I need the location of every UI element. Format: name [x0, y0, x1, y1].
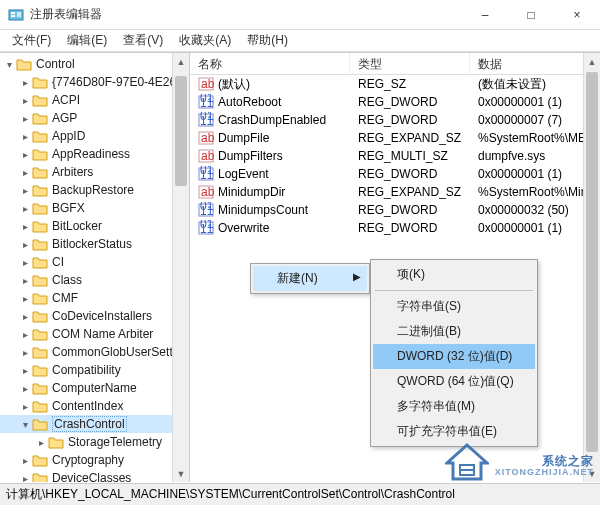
list-body[interactable]: ab(默认)REG_SZ(数值未设置)011110AutoRebootREG_D… [190, 75, 600, 237]
tree-expand-icon[interactable]: ▸ [18, 365, 32, 376]
tree-item-label: AppReadiness [52, 147, 130, 161]
tree-item[interactable]: ▸AGP [0, 109, 189, 127]
list-row[interactable]: 011110OverwriteREG_DWORD0x00000001 (1) [190, 219, 600, 237]
tree-item[interactable]: ▾CrashControl [0, 415, 189, 433]
tree-expand-icon[interactable]: ▸ [18, 203, 32, 214]
tree-expand-icon[interactable]: ▸ [18, 311, 32, 322]
context-new-key[interactable]: 项(K) [373, 262, 535, 287]
svg-rect-3 [17, 12, 21, 17]
svg-rect-2 [11, 15, 15, 17]
tree-item[interactable]: ▸ACPI [0, 91, 189, 109]
tree-item[interactable]: ▸CoDeviceInstallers [0, 307, 189, 325]
scroll-down-icon[interactable]: ▼ [173, 465, 189, 482]
tree-expand-icon[interactable]: ▸ [18, 239, 32, 250]
close-button[interactable]: × [554, 0, 600, 30]
tree-expand-icon[interactable]: ▸ [18, 95, 32, 106]
list-scrollbar[interactable]: ▲ ▼ [583, 53, 600, 482]
context-new-binary[interactable]: 二进制值(B) [373, 319, 535, 344]
tree-expand-icon[interactable]: ▸ [18, 113, 32, 124]
value-data: %SystemRoot%\MEM [470, 131, 600, 145]
list-row[interactable]: 011110CrashDumpEnabledREG_DWORD0x0000000… [190, 111, 600, 129]
tree-item[interactable]: ▸Class [0, 271, 189, 289]
scrollbar-thumb[interactable] [175, 76, 187, 186]
tree-expand-icon[interactable]: ▸ [18, 77, 32, 88]
folder-icon [32, 363, 48, 377]
svg-text:110: 110 [200, 204, 214, 218]
column-type[interactable]: 类型 [350, 53, 470, 74]
tree-item[interactable]: ▸Arbiters [0, 163, 189, 181]
list-row[interactable]: 011110AutoRebootREG_DWORD0x00000001 (1) [190, 93, 600, 111]
registry-tree[interactable]: ▾Control▸{7746D80F-97E0-4E26-▸ACPI▸AGP▸A… [0, 53, 189, 482]
tree-expand-icon[interactable]: ▸ [18, 257, 32, 268]
list-row[interactable]: abMinidumpDirREG_EXPAND_SZ%SystemRoot%\M… [190, 183, 600, 201]
tree-item[interactable]: ▸AppReadiness [0, 145, 189, 163]
tree-item[interactable]: ▸BitLocker [0, 217, 189, 235]
menu-view[interactable]: 查看(V) [115, 30, 171, 51]
tree-item[interactable]: ▸CI [0, 253, 189, 271]
list-header: 名称 类型 数据 [190, 53, 600, 75]
value-data: (数值未设置) [470, 76, 600, 93]
tree-expand-icon[interactable]: ▸ [18, 149, 32, 160]
tree-item[interactable]: ▸COM Name Arbiter [0, 325, 189, 343]
tree-expand-icon[interactable]: ▸ [18, 473, 32, 483]
tree-expand-icon[interactable]: ▸ [18, 383, 32, 394]
tree-expand-icon[interactable]: ▸ [18, 293, 32, 304]
tree-item[interactable]: ▸Compatibility [0, 361, 189, 379]
scrollbar-thumb[interactable] [586, 72, 598, 452]
tree-expand-icon[interactable]: ▸ [18, 275, 32, 286]
column-name[interactable]: 名称 [190, 53, 350, 74]
menu-file[interactable]: 文件(F) [4, 30, 59, 51]
menu-edit[interactable]: 编辑(E) [59, 30, 115, 51]
tree-item-label: ContentIndex [52, 399, 123, 413]
tree-scrollbar[interactable]: ▲ ▼ [172, 53, 189, 482]
column-data[interactable]: 数据 [470, 53, 600, 74]
tree-expand-icon[interactable]: ▸ [18, 167, 32, 178]
tree-item[interactable]: ▸Cryptography [0, 451, 189, 469]
context-new-multistring[interactable]: 多字符串值(M) [373, 394, 535, 419]
tree-item[interactable]: ▸{7746D80F-97E0-4E26- [0, 73, 189, 91]
tree-item[interactable]: ▸DeviceClasses [0, 469, 189, 482]
list-row[interactable]: abDumpFiltersREG_MULTI_SZdumpfve.sys [190, 147, 600, 165]
tree-item[interactable]: ▸ContentIndex [0, 397, 189, 415]
tree-item[interactable]: ▸CommonGlobUserSett [0, 343, 189, 361]
tree-expand-icon[interactable]: ▸ [18, 329, 32, 340]
context-submenu-new[interactable]: 项(K) 字符串值(S) 二进制值(B) DWORD (32 位)值(D) QW… [370, 259, 538, 447]
list-row[interactable]: 011110LogEventREG_DWORD0x00000001 (1) [190, 165, 600, 183]
status-bar: 计算机\HKEY_LOCAL_MACHINE\SYSTEM\CurrentCon… [0, 483, 600, 505]
tree-item[interactable]: ▸AppID [0, 127, 189, 145]
tree-expand-icon[interactable]: ▸ [18, 347, 32, 358]
scroll-up-icon[interactable]: ▲ [584, 53, 600, 70]
tree-item[interactable]: ▸BackupRestore [0, 181, 189, 199]
context-menu[interactable]: 新建(N)▶ [250, 263, 370, 294]
tree-item[interactable]: ▸StorageTelemetry [0, 433, 189, 451]
tree-expand-icon[interactable]: ▸ [18, 221, 32, 232]
tree-expand-icon[interactable]: ▸ [18, 401, 32, 412]
tree-expand-icon[interactable]: ▸ [18, 185, 32, 196]
menu-favorites[interactable]: 收藏夹(A) [171, 30, 239, 51]
scroll-up-icon[interactable]: ▲ [173, 53, 189, 70]
tree-expand-icon[interactable]: ▸ [34, 437, 48, 448]
list-row[interactable]: ab(默认)REG_SZ(数值未设置) [190, 75, 600, 93]
tree-expand-icon[interactable]: ▾ [2, 59, 16, 70]
tree-item[interactable]: ▸ComputerName [0, 379, 189, 397]
tree-expand-icon[interactable]: ▸ [18, 131, 32, 142]
tree-item[interactable]: ▸BitlockerStatus [0, 235, 189, 253]
menu-help[interactable]: 帮助(H) [239, 30, 296, 51]
binary-value-icon: 011110 [198, 166, 214, 182]
maximize-button[interactable]: □ [508, 0, 554, 30]
tree-item[interactable]: ▾Control [0, 55, 189, 73]
list-row[interactable]: 011110MinidumpsCountREG_DWORD0x00000032 … [190, 201, 600, 219]
tree-expand-icon[interactable]: ▸ [18, 455, 32, 466]
context-new-qword[interactable]: QWORD (64 位)值(Q) [373, 369, 535, 394]
list-row[interactable]: abDumpFileREG_EXPAND_SZ%SystemRoot%\MEM [190, 129, 600, 147]
context-new-dword[interactable]: DWORD (32 位)值(D) [373, 344, 535, 369]
tree-expand-icon[interactable]: ▾ [18, 419, 32, 430]
folder-icon [32, 93, 48, 107]
context-new[interactable]: 新建(N)▶ [253, 266, 367, 291]
tree-item[interactable]: ▸BGFX [0, 199, 189, 217]
context-new-string[interactable]: 字符串值(S) [373, 294, 535, 319]
tree-item[interactable]: ▸CMF [0, 289, 189, 307]
context-new-expandstring[interactable]: 可扩充字符串值(E) [373, 419, 535, 444]
svg-marker-27 [447, 445, 487, 479]
minimize-button[interactable]: – [462, 0, 508, 30]
